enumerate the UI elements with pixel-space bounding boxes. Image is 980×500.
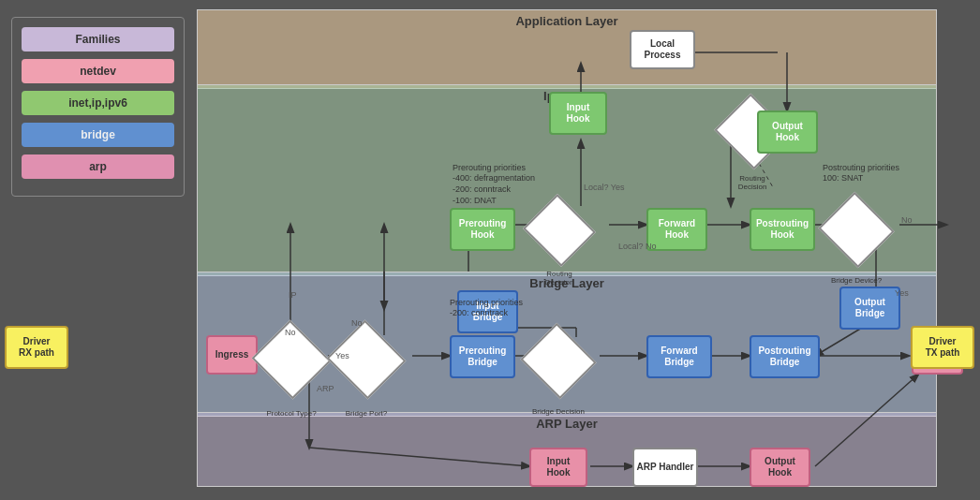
local-process-box: Local Process xyxy=(630,30,695,69)
output-bridge-box: Output Bridge xyxy=(839,287,900,330)
bridge-prerouting-prio-annot: Prerouting priorities -200: conntrack xyxy=(450,287,523,319)
forward-bridge-label: Forward Bridge xyxy=(661,346,697,368)
bridge-device-container: Bridge Device? xyxy=(828,204,884,256)
no-label2: No xyxy=(351,318,363,328)
output-hook-arp-label: Output Hook xyxy=(765,456,795,478)
output-hook-ip-label: Output Hook xyxy=(772,121,803,143)
prerouting-hook-box: Prerouting Hook xyxy=(450,208,515,251)
driver-tx-box: Driver TX path xyxy=(911,326,974,369)
ip-label: IP xyxy=(289,290,297,300)
arp-handler-box: ARP Handler xyxy=(632,448,698,487)
forward-hook-label: Forward Hook xyxy=(659,218,695,241)
arp-layer-label: ARP Layer xyxy=(198,417,936,431)
postrouting-prio-annot: Postrouting priorities 100: SNAT xyxy=(823,152,899,184)
legend-panel: Families netdev inet,ip,ipv6 bridge arp xyxy=(11,17,185,197)
driver-tx-label: Driver TX path xyxy=(926,336,960,359)
postrouting-bridge-box: Postrouting Bridge xyxy=(750,335,820,378)
legend-netdev: netdev xyxy=(22,59,174,83)
legend-arp: arp xyxy=(22,154,174,179)
legend-inet: inet,ip,ipv6 xyxy=(22,91,174,115)
diagram-container: Families netdev inet,ip,ipv6 bridge arp … xyxy=(0,0,980,500)
ingress-box: Ingress xyxy=(206,335,258,375)
no-label1: No xyxy=(285,328,296,337)
prerouting-hook-label: Prerouting Hook xyxy=(459,218,507,241)
input-hook-ip-box: Input Hook xyxy=(549,92,607,135)
bridge-decision-container: Bridge Decision xyxy=(530,335,587,387)
yes-label1: Yes xyxy=(335,351,349,360)
driver-rx-box: Driver RX path xyxy=(5,326,68,369)
ingress-label: Ingress xyxy=(215,349,249,360)
arp-handler-label: ARP Handler xyxy=(637,462,694,473)
layer-app: Application Layer xyxy=(197,9,937,89)
legend-bridge: bridge xyxy=(22,123,174,147)
bridge-layer-label: Bridge Layer xyxy=(198,276,936,290)
driver-rx-label: Driver RX path xyxy=(19,336,54,359)
output-bridge-label: Output Bridge xyxy=(854,297,885,319)
prerouting-prio-annot: Prerouting priorities -400: defragmentat… xyxy=(453,152,535,206)
yes-label2: Yes xyxy=(895,288,909,298)
postrouting-hook-box: Postrouting Hook xyxy=(750,208,815,251)
arp-label: ARP xyxy=(317,384,334,393)
prerouting-bridge-label: Prerouting Bridge xyxy=(459,346,507,368)
prerouting-bridge-box: Prerouting Bridge xyxy=(450,335,515,378)
no-bridge-label: No xyxy=(901,215,913,225)
local-no-label: Local? No xyxy=(618,242,657,251)
output-hook-arp-box: Output Hook xyxy=(750,448,810,487)
forward-bridge-box: Forward Bridge xyxy=(646,335,712,378)
postrouting-hook-label: Postrouting Hook xyxy=(756,218,809,241)
protocol-type-container: Protocol Type? xyxy=(262,332,320,387)
input-hook-arp-label: Input Hook xyxy=(547,456,571,478)
flow-area: Application Layer Ip Layer Bridge Layer … xyxy=(197,9,965,491)
app-layer-label: Application Layer xyxy=(198,14,936,28)
output-hook-ip-box: Output Hook xyxy=(757,110,818,154)
routing-decision2-container: Routing Decision xyxy=(532,206,587,255)
input-hook-arp-box: Input Hook xyxy=(529,448,587,487)
input-hook-ip-label: Input Hook xyxy=(567,102,590,125)
postrouting-bridge-label: Postrouting Bridge xyxy=(758,346,810,368)
local-yes-label: Local? Yes xyxy=(584,183,625,192)
legend-families: Families xyxy=(22,27,174,51)
local-process-label: Local Process xyxy=(645,38,681,61)
